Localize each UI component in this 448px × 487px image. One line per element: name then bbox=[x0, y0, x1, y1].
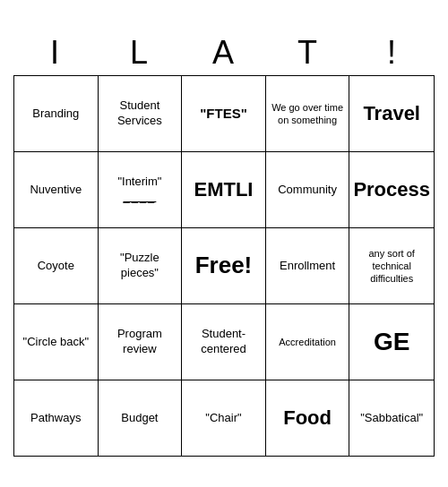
cell-17: Student-centered bbox=[182, 304, 266, 380]
cell-4: Travel bbox=[349, 76, 435, 152]
header-a: A bbox=[182, 30, 266, 75]
cell-13: Enrollment bbox=[266, 228, 350, 304]
header-exclaim: ! bbox=[350, 30, 435, 75]
cell-15: "Circle back" bbox=[14, 304, 99, 380]
cell-22: "Chair" bbox=[182, 380, 266, 457]
cell-7: EMTLI bbox=[182, 152, 266, 228]
header-t: T bbox=[266, 30, 350, 75]
header-l: L bbox=[98, 30, 182, 75]
header-i: I bbox=[13, 30, 98, 75]
cell-5: Nuventive bbox=[14, 152, 99, 228]
cell-9: Process bbox=[349, 152, 435, 228]
bingo-grid: Branding Student Services "FTES" We go o… bbox=[13, 75, 435, 457]
cell-24: "Sabbatical" bbox=[349, 380, 435, 457]
cell-2: "FTES" bbox=[182, 76, 266, 152]
cell-20: Pathways bbox=[14, 380, 99, 457]
cell-3: We go over time on something bbox=[266, 76, 350, 152]
cell-18: Accreditation bbox=[266, 304, 350, 380]
cell-23: Food bbox=[266, 380, 350, 457]
cell-16: Program review bbox=[99, 304, 183, 380]
cell-8: Community bbox=[266, 152, 350, 228]
cell-14: any sort of technical difficulties bbox=[349, 228, 435, 304]
cell-0: Branding bbox=[14, 76, 99, 152]
cell-21: Budget bbox=[99, 380, 183, 457]
cell-1: Student Services bbox=[99, 76, 183, 152]
cell-19: GE bbox=[349, 304, 435, 380]
cell-11: "Puzzle pieces" bbox=[99, 228, 183, 304]
bingo-header: I L A T ! bbox=[13, 30, 435, 75]
cell-12: Free! bbox=[182, 228, 266, 304]
cell-6: "Interim"____ bbox=[99, 152, 183, 228]
cell-10: Coyote bbox=[14, 228, 99, 304]
bingo-card: I L A T ! Branding Student Services "FTE… bbox=[13, 30, 435, 457]
